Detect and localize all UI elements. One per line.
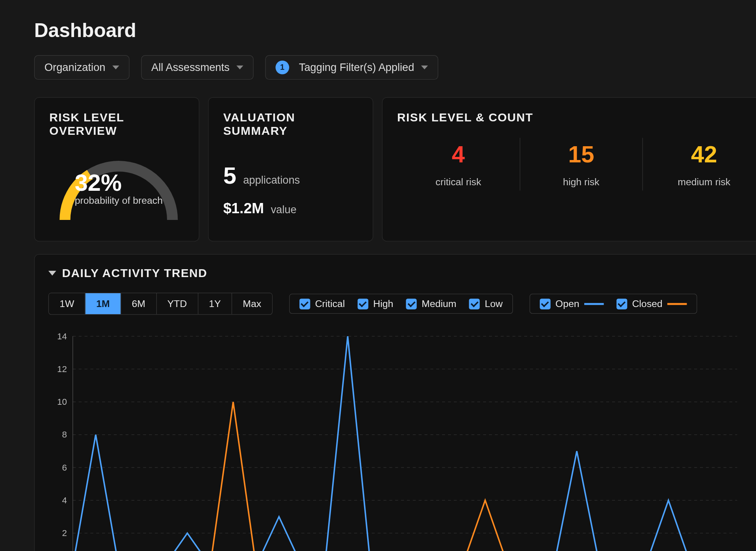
time-range-max[interactable]: Max [232,293,272,314]
svg-text:12: 12 [57,364,67,374]
risk-filter-checkboxes: CriticalHighMediumLow [289,294,513,314]
checkbox-label: High [373,298,393,309]
risk-count-value: 4 [397,141,520,168]
risk-count-label: critical risk [397,177,520,188]
risk-count-label: medium risk [643,177,756,188]
tagging-filter-count-badge: 1 [275,61,289,74]
svg-text:8: 8 [62,430,67,439]
tagging-filter-label: Tagging Filter(s) Applied [299,61,414,74]
valuation-summary-card: VALUATION SUMMARY 5 applications $1.2M v… [208,97,373,242]
checkbox-icon [469,298,480,309]
chevron-down-icon [421,65,428,69]
checkbox-label: Medium [422,298,456,309]
time-range-1w[interactable]: 1W [49,293,85,314]
svg-text:10: 10 [57,397,67,407]
checkbox-icon [299,298,310,309]
risk-filter-critical[interactable]: Critical [299,298,345,309]
risk-count-item: 42medium risk [643,138,756,191]
chevron-down-icon [236,65,243,69]
risk-level-count-card: RISK LEVEL & COUNT 4critical risk15high … [382,97,756,242]
checkbox-icon [540,298,550,309]
checkbox-label: Critical [315,298,345,309]
card-title: VALUATION SUMMARY [223,110,358,138]
trend-header[interactable]: DAILY ACTIVITY TREND [48,266,756,280]
risk-filter-low[interactable]: Low [469,298,503,309]
chevron-down-icon [112,65,119,69]
chevron-down-icon [48,271,56,276]
svg-text:2: 2 [62,528,67,538]
breach-probability-gauge: 32% probability of breach [49,147,184,225]
status-filter-open[interactable]: Open [540,298,604,309]
risk-filter-medium[interactable]: Medium [406,298,457,309]
assessments-dropdown-label: All Assessments [151,61,230,74]
trend-title: DAILY ACTIVITY TREND [62,266,207,280]
legend-stroke-icon [584,303,604,305]
risk-level-counts: 4critical risk15high risk42medium risk73… [397,138,756,191]
time-range-1m[interactable]: 1M [85,293,121,314]
svg-text:4: 4 [62,495,67,505]
page-title: Dashboard [34,20,756,42]
time-range-ytd[interactable]: YTD [156,293,197,314]
valuation-label: value [271,203,296,216]
activity-trend-chart: 02468101214Dec 5Dec 10Dec 15Dec 20Dec 25… [48,326,756,551]
card-title: RISK LEVEL & COUNT [397,110,756,124]
trend-controls: 1W1M6MYTD1YMax CriticalHighMediumLow Ope… [48,293,756,315]
assessments-dropdown[interactable]: All Assessments [141,55,253,80]
risk-count-value: 15 [520,141,643,168]
risk-count-item: 4critical risk [397,138,520,191]
risk-level-overview-card: RISK LEVEL OVERVIEW 32% probability of b… [34,97,199,242]
svg-text:6: 6 [62,463,67,473]
risk-count-value: 42 [643,141,756,168]
applications-count: 5 [223,162,236,189]
organization-dropdown-label: Organization [45,61,106,74]
status-filter-closed[interactable]: Closed [617,298,687,309]
applications-label: applications [243,174,300,186]
filters-bar: Organization All Assessments 1 Tagging F… [34,55,756,80]
time-range-segmented: 1W1M6MYTD1YMax [48,293,273,315]
card-title: RISK LEVEL OVERVIEW [49,110,184,138]
checkbox-label: Open [555,298,580,309]
status-filter-checkboxes: OpenClosed [529,294,697,314]
checkbox-icon [617,298,627,309]
checkbox-icon [358,298,368,309]
time-range-1y[interactable]: 1Y [198,293,232,314]
organization-dropdown[interactable]: Organization [34,55,129,80]
checkbox-label: Closed [632,298,662,309]
breach-probability-value: 32% [75,169,163,196]
risk-filter-high[interactable]: High [358,298,394,309]
tagging-filter-dropdown[interactable]: 1 Tagging Filter(s) Applied [265,55,438,80]
time-range-6m[interactable]: 6M [121,293,156,314]
summary-cards-row: RISK LEVEL OVERVIEW 32% probability of b… [34,97,756,242]
risk-count-item: 15high risk [520,138,643,191]
legend-stroke-icon [667,303,687,305]
svg-text:14: 14 [57,331,67,341]
daily-activity-trend-card: DAILY ACTIVITY TREND 1W1M6MYTD1YMax Crit… [34,254,756,551]
risk-count-label: high risk [520,177,643,188]
breach-probability-label: probability of breach [75,195,163,207]
checkbox-icon [406,298,417,309]
checkbox-label: Low [485,298,503,309]
valuation-amount: $1.2M [223,200,264,216]
